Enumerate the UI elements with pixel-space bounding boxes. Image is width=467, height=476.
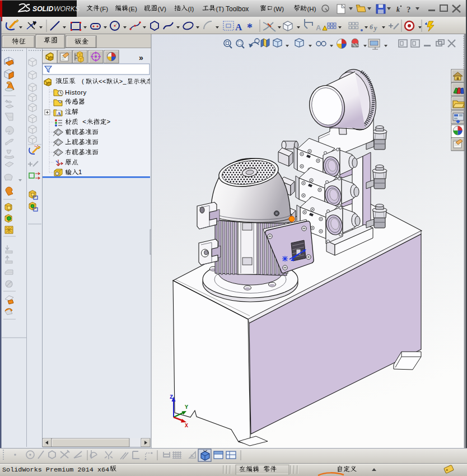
svg-text:<: < [102, 78, 106, 85]
svg-text:(T): (T) [216, 6, 225, 12]
svg-text:(: ( [82, 78, 84, 85]
svg-text:History: History [65, 89, 87, 96]
svg-text:A: A [57, 111, 61, 116]
svg-text:<: < [99, 78, 102, 85]
svg-text:(F): (F) [100, 6, 109, 12]
svg-text:SOLID: SOLID [32, 5, 53, 13]
svg-text:y: y [373, 24, 377, 32]
svg-text:6: 6 [370, 23, 373, 31]
svg-text:A: A [235, 22, 242, 32]
svg-text:?: ? [407, 5, 411, 14]
svg-text:SolidWorks Premium 2014 x64: SolidWorks Premium 2014 x64 [2, 466, 109, 474]
svg-text:(V): (V) [158, 6, 167, 12]
svg-text:1: 1 [78, 169, 82, 175]
svg-text:<: < [82, 118, 86, 125]
svg-text:>: > [106, 118, 110, 125]
svg-text:(H): (H) [307, 6, 316, 12]
svg-text:WORKS: WORKS [54, 5, 80, 13]
svg-text:A: A [316, 24, 321, 32]
svg-text:k: k [396, 6, 400, 13]
svg-text:Y: Y [185, 404, 188, 410]
svg-text:(W): (W) [274, 6, 284, 12]
svg-text:»: » [139, 53, 143, 62]
svg-text:(E): (E) [129, 6, 138, 12]
svg-text:(I): (I) [188, 6, 194, 12]
svg-text:X: X [185, 423, 188, 429]
svg-text:Toolbox: Toolbox [226, 5, 249, 13]
svg-text:*: * [247, 21, 253, 34]
svg-text:_: _ [123, 78, 127, 85]
svg-text:Z: Z [170, 394, 173, 400]
svg-text:>: > [119, 78, 123, 85]
